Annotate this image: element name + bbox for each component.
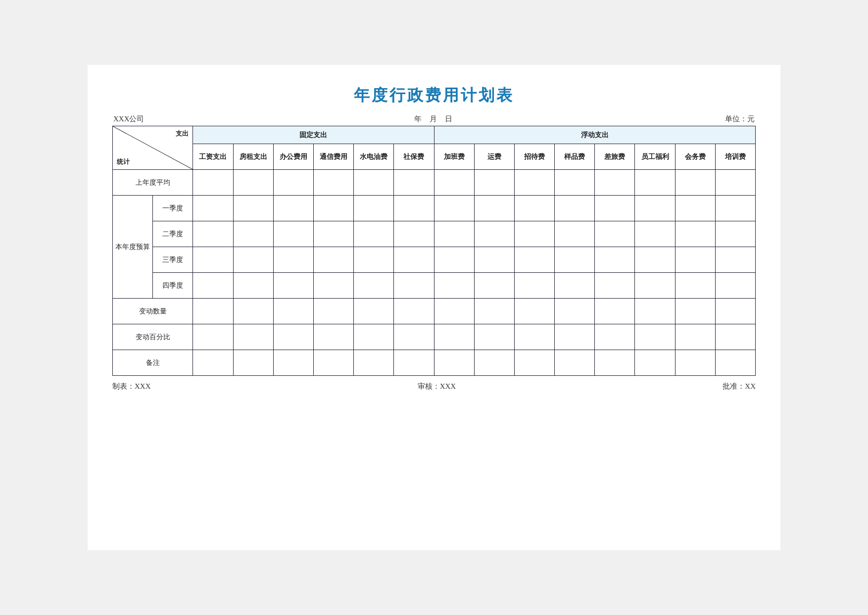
cell-r3-c8 <box>514 247 554 273</box>
diagonal-bottom-label: 统计 <box>117 157 130 166</box>
cell-r3-c6 <box>434 247 474 273</box>
cell-r6-c1 <box>233 324 273 350</box>
row-remarks: 备注 <box>113 350 756 376</box>
cell-r2-c4 <box>354 221 394 247</box>
cell-r0-c9 <box>555 170 595 196</box>
cell-r7-c3 <box>313 350 353 376</box>
cell-r0-c12 <box>675 170 715 196</box>
cell-r2-c1 <box>233 221 273 247</box>
cell-r2-c10 <box>595 221 635 247</box>
cell-r1-c9 <box>555 196 595 221</box>
cell-r1-c3 <box>313 196 353 221</box>
cell-r3-c4 <box>354 247 394 273</box>
cell-r0-c0 <box>193 170 233 196</box>
cell-r4-c12 <box>675 273 715 299</box>
cell-r1-c11 <box>635 196 675 221</box>
row-change-qty: 变动数量 <box>113 299 756 324</box>
col-header-9: 样品费 <box>555 144 595 170</box>
cell-r3-c10 <box>595 247 635 273</box>
cell-r0-c2 <box>273 170 313 196</box>
cell-r6-c7 <box>474 324 514 350</box>
cell-r3-c9 <box>555 247 595 273</box>
expense-table: 支出 统计 固定支出 浮动支出 工资支出 房租支出 办公费用 通信费用 水电油费… <box>112 126 756 376</box>
cell-r4-c10 <box>595 273 635 299</box>
row-q4: 四季度 <box>113 273 756 299</box>
float-group-header: 浮动支出 <box>434 126 756 144</box>
cell-r3-c11 <box>635 247 675 273</box>
diagonal-top-label: 支出 <box>176 129 189 138</box>
col-header-13: 培训费 <box>715 144 755 170</box>
cell-r2-c12 <box>675 221 715 247</box>
cell-r3-c5 <box>394 247 434 273</box>
cell-r5-c2 <box>273 299 313 324</box>
row-q3-label: 三季度 <box>153 247 193 273</box>
cell-r4-c5 <box>394 273 434 299</box>
cell-r1-c2 <box>273 196 313 221</box>
cell-r7-c5 <box>394 350 434 376</box>
footer-row: 制表：XXX 审核：XXX 批准：XX <box>112 382 756 391</box>
row-change-pct: 变动百分比 <box>113 324 756 350</box>
cell-r5-c3 <box>313 299 353 324</box>
col-header-7: 运费 <box>474 144 514 170</box>
row-last-year: 上年度平均 <box>113 170 756 196</box>
company-label: XXX公司 <box>113 114 145 124</box>
cell-r5-c13 <box>715 299 755 324</box>
page-title: 年度行政费用计划表 <box>112 85 756 106</box>
col-header-12: 会务费 <box>675 144 715 170</box>
header-diagonal: 支出 统计 <box>113 126 193 170</box>
cell-r1-c8 <box>514 196 554 221</box>
cell-r6-c4 <box>354 324 394 350</box>
col-header-0: 工资支出 <box>193 144 233 170</box>
cell-r6-c2 <box>273 324 313 350</box>
cell-r7-c13 <box>715 350 755 376</box>
row-change-qty-label: 变动数量 <box>113 299 193 324</box>
cell-r3-c3 <box>313 247 353 273</box>
date-label: 年 月 日 <box>414 114 455 124</box>
cell-r3-c2 <box>273 247 313 273</box>
cell-r1-c12 <box>675 196 715 221</box>
cell-r7-c10 <box>595 350 635 376</box>
cell-r6-c10 <box>595 324 635 350</box>
cell-r3-c13 <box>715 247 755 273</box>
row-remarks-label: 备注 <box>113 350 193 376</box>
cell-r3-c1 <box>233 247 273 273</box>
cell-r0-c3 <box>313 170 353 196</box>
cell-r7-c9 <box>555 350 595 376</box>
footer-approver: 批准：XX <box>723 382 756 391</box>
cell-r1-c4 <box>354 196 394 221</box>
row-q2: 二季度 <box>113 221 756 247</box>
col-header-11: 员工福利 <box>635 144 675 170</box>
cell-r4-c8 <box>514 273 554 299</box>
col-header-5: 社保费 <box>394 144 434 170</box>
cell-r6-c6 <box>434 324 474 350</box>
col-header-6: 加班费 <box>434 144 474 170</box>
footer-auditor: 审核：XXX <box>418 382 456 391</box>
cell-r0-c13 <box>715 170 755 196</box>
cell-r6-c11 <box>635 324 675 350</box>
cell-r2-c11 <box>635 221 675 247</box>
cell-r0-c11 <box>635 170 675 196</box>
cell-r4-c7 <box>474 273 514 299</box>
cell-r6-c3 <box>313 324 353 350</box>
cell-r2-c6 <box>434 221 474 247</box>
cell-r5-c12 <box>675 299 715 324</box>
cell-r0-c10 <box>595 170 635 196</box>
cell-r0-c8 <box>514 170 554 196</box>
cell-r1-c1 <box>233 196 273 221</box>
cell-r5-c5 <box>394 299 434 324</box>
row-last-year-label: 上年度平均 <box>113 170 193 196</box>
row-q3: 三季度 <box>113 247 756 273</box>
cell-r0-c1 <box>233 170 273 196</box>
cell-r6-c8 <box>514 324 554 350</box>
cell-r4-c0 <box>193 273 233 299</box>
cell-r2-c7 <box>474 221 514 247</box>
cell-r4-c11 <box>635 273 675 299</box>
cell-r1-c0 <box>193 196 233 221</box>
cell-r5-c4 <box>354 299 394 324</box>
col-header-2: 办公费用 <box>273 144 313 170</box>
cell-r2-c5 <box>394 221 434 247</box>
cell-r6-c13 <box>715 324 755 350</box>
cell-r6-c5 <box>394 324 434 350</box>
cell-r2-c3 <box>313 221 353 247</box>
cell-r4-c6 <box>434 273 474 299</box>
